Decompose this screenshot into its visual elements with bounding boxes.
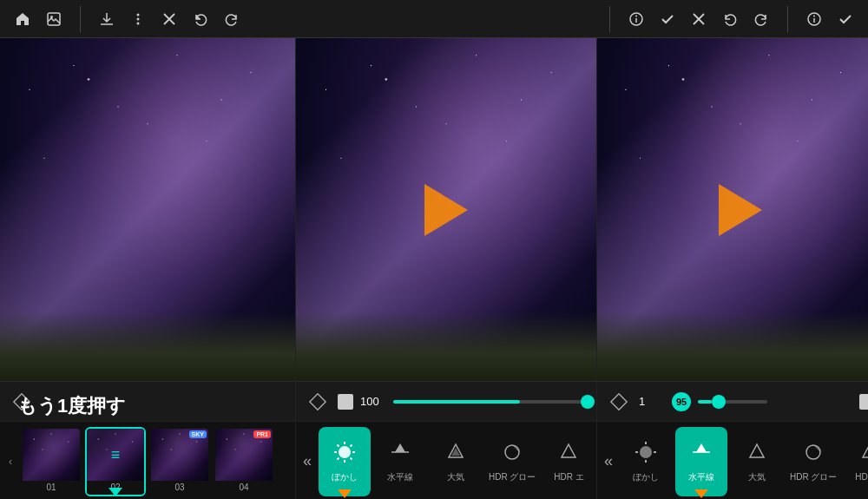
play-button-right[interactable] <box>719 184 762 236</box>
image-gallery-button[interactable] <box>40 5 68 33</box>
atmosphere-label-mid: 大気 <box>447 471 464 483</box>
slider-value-right: 1 <box>639 395 665 408</box>
stop-button-mid[interactable] <box>338 394 353 410</box>
left-panel: もう1度押す ‹ 01 <box>0 38 295 499</box>
cancel-button[interactable] <box>685 5 713 33</box>
effects-prev-arrow-right[interactable]: « <box>601 452 616 470</box>
thumb-02-indicator <box>108 488 122 496</box>
home-button[interactable] <box>9 5 36 33</box>
thumb-01-bg <box>23 429 80 481</box>
svg-marker-39 <box>863 444 868 457</box>
svg-line-22 <box>351 444 352 446</box>
toolbar-right-section <box>792 5 868 33</box>
svg-point-4 <box>137 22 140 24</box>
slider-track-right[interactable] <box>698 400 767 404</box>
thumb-04-bg: PR1 <box>215 429 273 481</box>
diamond-icon-mid[interactable] <box>305 389 331 415</box>
hdr-glow-label-mid: HDR グロー <box>489 471 536 483</box>
blur-label-right: ぼかし <box>633 471 659 483</box>
effects-prev-arrow-mid[interactable]: « <box>299 452 315 470</box>
atmosphere-icon-right <box>745 440 769 468</box>
slider-thumb-right[interactable] <box>712 395 726 409</box>
info-button[interactable] <box>622 5 650 33</box>
left-video-area <box>0 38 295 381</box>
effects-row-right: « ぼかし <box>597 421 868 499</box>
slider-fill-right <box>698 400 712 404</box>
slider-container-mid[interactable] <box>393 400 588 404</box>
thumb-03-badge: SKY <box>189 430 207 438</box>
slider-value-mid: 100 <box>360 395 386 408</box>
blur-effect-mid[interactable]: ぼかし <box>319 427 371 496</box>
toolbar-center-right-section <box>614 5 784 33</box>
thumbnails-row: ‹ 01 ≡ 02 <box>0 421 295 499</box>
middle-video-area <box>296 38 596 381</box>
middle-controls: 100 <box>296 381 596 421</box>
horizon-effect-right[interactable]: 水平線 <box>675 427 727 496</box>
main-content: もう1度押す ‹ 01 <box>0 38 868 499</box>
confirm-button[interactable] <box>654 5 681 33</box>
thumbnail-02[interactable]: ≡ 02 <box>85 427 146 496</box>
slider-fill-mid <box>393 400 520 404</box>
info2-button[interactable] <box>800 5 828 33</box>
svg-line-21 <box>351 457 352 459</box>
diamond-icon-right[interactable] <box>606 389 632 415</box>
thumb-prev-arrow[interactable]: ‹ <box>3 456 17 468</box>
more-options-button[interactable] <box>124 5 152 33</box>
svg-line-20 <box>338 444 339 446</box>
atmosphere-label-right: 大気 <box>748 471 766 483</box>
confirm2-button[interactable] <box>832 5 859 33</box>
hdr-glow-icon-right <box>801 440 825 468</box>
num-badge-right: 95 <box>672 392 691 411</box>
horizon-label-mid: 水平線 <box>387 471 413 483</box>
svg-marker-29 <box>562 444 575 457</box>
redo2-button[interactable] <box>747 5 775 33</box>
slider-track-mid[interactable] <box>393 400 588 404</box>
svg-point-15 <box>339 446 351 458</box>
close-button[interactable] <box>155 5 183 33</box>
thumb-02-bg: ≡ <box>87 429 144 481</box>
download-button[interactable] <box>93 5 121 33</box>
blur-label-mid: ぼかし <box>332 471 358 483</box>
blur-effect-right[interactable]: ぼかし <box>620 427 672 496</box>
hdr-glow-effect-right[interactable]: HDR グロー <box>786 427 840 496</box>
horizon-icon-mid <box>388 440 412 468</box>
ground-mid <box>296 312 596 381</box>
svg-point-2 <box>137 13 140 16</box>
ground-right <box>597 312 868 381</box>
thumbnail-04[interactable]: PR1 04 <box>214 427 274 496</box>
redo-button[interactable] <box>218 5 246 33</box>
hdr-e-label-right: HDR エ <box>855 471 868 483</box>
atmosphere-effect-mid[interactable]: 大気 <box>430 427 482 496</box>
right-panel: 1 95 « <box>597 38 868 499</box>
atmosphere-icon-mid <box>444 440 468 468</box>
middle-panel: 100 « <box>295 38 597 499</box>
thumb-03-bg: SKY <box>151 429 208 481</box>
play-button-mid[interactable] <box>424 184 468 236</box>
undo2-button[interactable] <box>716 5 744 33</box>
thumb-04-badge: PR1 <box>253 430 271 438</box>
ground-left <box>0 312 295 381</box>
overlay-text: もう1度押す <box>17 393 126 419</box>
thumbnail-03[interactable]: SKY 03 <box>149 427 210 496</box>
slider-thumb-mid[interactable] <box>581 395 595 409</box>
atmosphere-effect-right[interactable]: 大気 <box>731 427 783 496</box>
svg-marker-36 <box>696 443 707 452</box>
hdr-e-effect-right[interactable]: HDR エ <box>844 427 868 496</box>
blur-icon-right <box>634 440 658 468</box>
horizon-effect-mid[interactable]: 水平線 <box>374 427 426 496</box>
toolbar-left-section <box>0 5 76 33</box>
thumb-04-label: 04 <box>215 481 273 494</box>
blur-down-arrow-mid <box>338 489 352 498</box>
hdr-e-icon-mid <box>556 440 581 468</box>
thumbnail-01[interactable]: 01 <box>21 427 82 496</box>
svg-line-23 <box>338 457 339 459</box>
blur-effect-wrapper-mid: ぼかし <box>319 427 371 496</box>
hdr-glow-effect-mid[interactable]: HDR グロー <box>485 427 539 496</box>
undo-button[interactable] <box>187 5 214 33</box>
svg-marker-37 <box>750 444 764 457</box>
hdr-e-effect-mid[interactable]: HDR エ <box>542 427 595 496</box>
horizon-icon-right <box>689 440 713 468</box>
svg-point-30 <box>640 446 652 458</box>
stop-button-right[interactable] <box>859 394 868 410</box>
effects-row-mid: « <box>296 421 596 499</box>
